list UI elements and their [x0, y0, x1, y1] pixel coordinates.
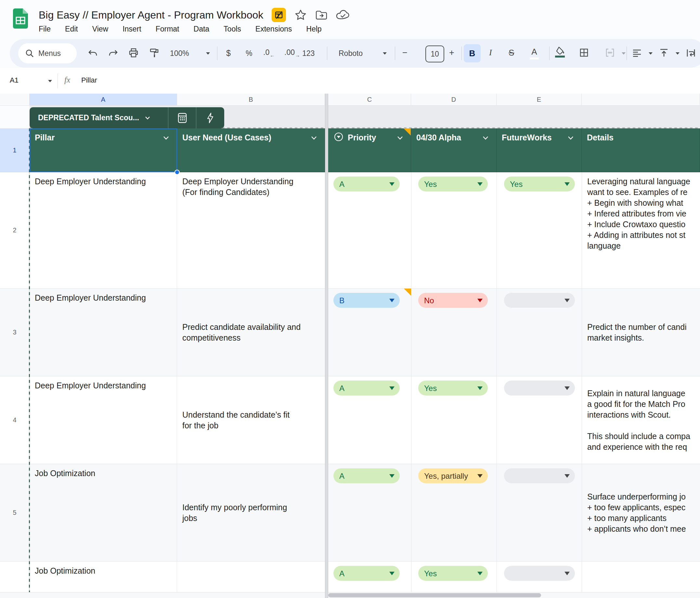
table-name-button[interactable]: DEPRECATED Talent Scou...	[30, 107, 168, 128]
header-label: 04/30 Alpha	[416, 133, 461, 142]
row-header-4[interactable]: 4	[0, 376, 30, 464]
cell-alpha[interactable]: Yes, partially	[411, 464, 497, 561]
chip-caret-icon	[565, 182, 570, 186]
alpha-chip[interactable]: Yes	[418, 380, 488, 396]
column-header-b[interactable]: B	[177, 94, 325, 106]
chip-label: Yes	[424, 568, 437, 579]
header-cell-futureworks[interactable]: FutureWorks	[497, 128, 582, 172]
cell-user-need[interactable]: Understand the candidate’s fit for the j…	[177, 376, 325, 464]
comment-marker-icon	[404, 128, 411, 135]
priority-chip[interactable]: A	[333, 176, 400, 192]
futureworks-chip[interactable]: Yes	[504, 176, 575, 192]
cell-alpha[interactable]: No	[411, 289, 497, 376]
cell-priority[interactable]: B	[328, 289, 411, 376]
column-header-f[interactable]	[582, 94, 700, 106]
chip-caret-icon	[565, 572, 570, 575]
cell-priority[interactable]: A	[328, 376, 411, 464]
priority-chip[interactable]: A	[333, 380, 400, 396]
table-row: 4Deep Employer UnderstandingUnderstand t…	[0, 376, 700, 464]
chip-label: A	[339, 383, 345, 394]
cell-alpha[interactable]: Yes	[411, 376, 497, 464]
cell-alpha[interactable]: Yes	[411, 562, 497, 593]
table-grid-icon[interactable]	[168, 107, 196, 128]
grid-corner-box[interactable]	[0, 94, 30, 106]
cell-user-need[interactable]: Identify my poorly performing jobs	[177, 464, 325, 561]
row-header-5[interactable]: 5	[0, 464, 30, 561]
cell-futureworks[interactable]	[497, 562, 582, 593]
priority-chip[interactable]: A	[333, 566, 400, 581]
cell-pillar[interactable]: Job Optimization	[30, 562, 177, 593]
cell-priority[interactable]: A	[328, 172, 411, 288]
cell-pillar[interactable]: Deep Employer Understanding	[30, 172, 177, 288]
cell-user-need[interactable]: Predict candidate availability and compe…	[177, 289, 325, 376]
cell-text: Understand the candidate’s fit for the j…	[182, 409, 290, 431]
chip-label: A	[339, 471, 345, 481]
cell-futureworks[interactable]: Yes	[497, 172, 582, 288]
fill-handle[interactable]	[175, 170, 180, 175]
row-header-2[interactable]: 2	[0, 172, 30, 288]
frozen-pane-divider[interactable]	[325, 94, 328, 598]
chip-caret-icon	[565, 387, 570, 390]
table-left-dashed-border	[29, 128, 30, 592]
cell-text: Surface underperforming jo + too few app…	[587, 491, 686, 534]
cell-futureworks[interactable]	[497, 464, 582, 561]
table-row: 3Deep Employer UnderstandingPredict cand…	[0, 289, 700, 376]
row-header-3[interactable]: 3	[0, 289, 30, 376]
cell-details[interactable]: Explain in natural language a good fit f…	[582, 376, 700, 464]
cell-text: Deep Employer Understanding	[35, 293, 172, 303]
cell-pillar[interactable]: Deep Employer Understanding	[30, 289, 177, 376]
cell-pillar[interactable]: Job Optimization	[30, 464, 177, 561]
table-row: 5Job OptimizationIdentify my poorly perf…	[0, 464, 700, 562]
chip-caret-icon	[565, 474, 570, 478]
column-header-c[interactable]: C	[328, 94, 411, 106]
cell-pillar[interactable]: Deep Employer Understanding	[30, 376, 177, 464]
spreadsheet-grid: DEPRECATED Talent Scou... ABCDE1PillarUs…	[0, 0, 700, 598]
cell-details[interactable]: Surface underperforming jo + too few app…	[582, 464, 700, 561]
row-header-hidden[interactable]	[0, 562, 30, 593]
alpha-chip[interactable]: Yes, partially	[418, 468, 488, 483]
alpha-chip[interactable]: No	[418, 293, 488, 308]
column-header-d[interactable]: D	[411, 94, 497, 106]
chip-caret-icon	[389, 299, 395, 302]
cell-details[interactable]	[582, 562, 700, 593]
chip-caret-icon	[389, 572, 395, 575]
alpha-chip[interactable]: Yes	[418, 566, 488, 581]
chip-label: B	[339, 295, 345, 306]
futureworks-chip[interactable]	[504, 566, 575, 581]
row-header-1[interactable]: 1	[0, 128, 30, 172]
chip-caret-icon	[477, 387, 482, 390]
cell-futureworks[interactable]	[497, 289, 582, 376]
cell-user-need[interactable]: Deep Employer Understanding (For finding…	[177, 172, 325, 288]
column-header-a[interactable]: A	[30, 94, 177, 106]
column-header-e[interactable]: E	[497, 94, 582, 106]
cell-priority[interactable]: A	[328, 464, 411, 561]
horizontal-scrollbar-thumb[interactable]	[328, 593, 541, 597]
cell-text: Explain in natural language a good fit f…	[587, 388, 690, 452]
cell-details[interactable]: Leveraging natural language want to see.…	[582, 172, 700, 288]
priority-chip[interactable]: B	[333, 293, 400, 308]
cell-futureworks[interactable]	[497, 376, 582, 464]
chip-label: Yes	[424, 383, 437, 394]
futureworks-chip[interactable]	[504, 380, 575, 396]
header-cell-details[interactable]: Details	[582, 128, 700, 172]
header-cell-priority[interactable]: Priority	[328, 128, 411, 172]
futureworks-chip[interactable]	[504, 293, 575, 308]
cell-alpha[interactable]: Yes	[411, 172, 497, 288]
futureworks-chip[interactable]	[504, 468, 575, 483]
lightning-icon[interactable]	[196, 107, 224, 128]
cell-user-need[interactable]	[177, 562, 325, 593]
cell-text: Predict candidate availability and compe…	[182, 322, 301, 343]
active-cell-outline	[30, 128, 177, 172]
cell-text: Job Optimization	[35, 468, 172, 479]
cell-priority[interactable]: A	[328, 562, 411, 593]
cell-text: Deep Employer Understanding	[35, 176, 172, 187]
header-cell-04-30-alpha[interactable]: 04/30 Alpha	[411, 128, 497, 172]
chip-caret-icon	[389, 387, 395, 390]
cell-details[interactable]: Predict the number of candi market insig…	[582, 289, 700, 376]
chip-caret-icon	[477, 299, 482, 302]
chip-label: Yes	[424, 179, 437, 190]
priority-chip[interactable]: A	[333, 468, 400, 483]
cell-text: Deep Employer Understanding (For finding…	[182, 176, 320, 198]
header-cell-user-need-use-cases-[interactable]: User Need (Use Cases)	[177, 128, 325, 172]
alpha-chip[interactable]: Yes	[418, 176, 488, 192]
